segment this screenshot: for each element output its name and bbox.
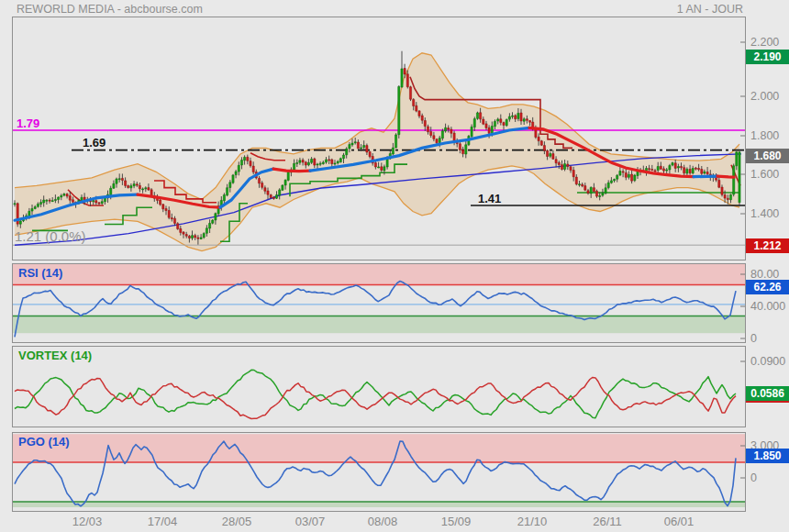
x-axis-date-label: 03/07 (295, 515, 326, 528)
x-axis-date-label: 15/09 (441, 515, 472, 528)
rsi-axis-label: 0 (750, 332, 757, 345)
x-axis-date-label: 17/04 (148, 515, 178, 528)
rsi-panel (12, 263, 746, 343)
price-level-label-1.21: 1.21 (0.0%) (15, 228, 86, 244)
pgo-band-0 (13, 434, 745, 462)
x-axis-date-label: 12/03 (72, 515, 103, 528)
rsi-axis-label: 40.000 (750, 300, 785, 313)
x-axis-date-label: 06/01 (664, 515, 695, 528)
price-panel (12, 17, 746, 260)
vortex-plus (15, 370, 736, 417)
x-axis-date-label: 26/11 (593, 515, 622, 528)
timeframe-label: 1 AN - JOUR (677, 3, 743, 16)
price-axis-label: 1.400 (750, 207, 779, 220)
x-axis-date-label: 08/08 (368, 515, 398, 528)
pgo-panel (12, 432, 746, 512)
pgo-indicator-label: PGO (14) (18, 435, 70, 449)
rsi-band-0 (13, 264, 745, 285)
x-axis-date-label: 21/10 (517, 515, 548, 528)
vortex-chart-canvas[interactable] (13, 347, 745, 427)
mmc40-segment-6 (694, 176, 717, 177)
stock-chart-app: REWORLD MEDIA - abcbourse.com 1 AN - JOU… (0, 0, 789, 532)
rsi-band-1 (13, 316, 745, 334)
mmc40-segment-7 (717, 176, 734, 177)
vortex-value-badge: 0.0586 (746, 386, 789, 401)
vortex-indicator-label: VORTEX (14) (18, 349, 92, 362)
pgo-chart-canvas[interactable] (13, 433, 745, 511)
pgo-axis-label: 0 (750, 471, 757, 484)
rsi-axis-label: 80.00 (750, 268, 779, 281)
price-value-badge: 1.680 (746, 149, 789, 163)
price-level-label-1.79: 1.79 (17, 116, 39, 130)
price-axis-label: 1.800 (750, 129, 779, 142)
rsi-value-badge: 62.26 (746, 280, 789, 294)
rsi-chart-canvas[interactable] (13, 264, 745, 342)
pgo-value-badge: 1.850 (746, 449, 789, 463)
x-axis-date-label: 28/05 (222, 515, 252, 528)
price-level-label-1.41: 1.41 (478, 192, 501, 205)
price-value-badge: 1.212 (746, 238, 789, 253)
rsi-indicator-label: RSI (14) (18, 266, 62, 280)
price-axis-label: 2.200 (750, 36, 779, 49)
vortex-axis-label: 0.0900 (750, 355, 785, 368)
instrument-title: REWORLD MEDIA - abcbourse.com (17, 3, 203, 16)
pgo-band-1 (13, 502, 745, 507)
vortex-minus (15, 377, 736, 418)
price-value-badge: 2.190 (746, 50, 789, 64)
price-axis-label: 1.600 (750, 168, 779, 181)
price-level-label-1.69: 1.69 (83, 136, 106, 150)
price-axis-label: 2.000 (750, 90, 779, 103)
vortex-panel (12, 346, 746, 427)
price-chart-canvas[interactable] (13, 17, 745, 260)
